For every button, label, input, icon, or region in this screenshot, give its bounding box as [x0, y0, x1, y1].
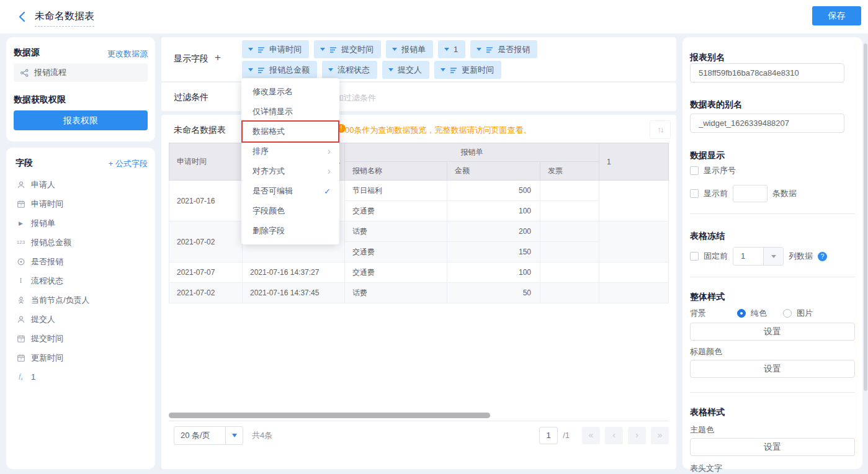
field-item[interactable]: 123报销总金额	[6, 233, 155, 252]
table-cell	[540, 221, 599, 242]
menu-item[interactable]: 删除字段	[241, 221, 339, 241]
column-group-header[interactable]: 报销单	[345, 143, 599, 162]
table-cell: 2021-07-16	[169, 181, 243, 221]
field-item-label: 是否报销	[31, 256, 63, 267]
show-first-count-input[interactable]	[733, 185, 767, 202]
table-cell	[599, 221, 669, 262]
table-cell: 话费	[345, 221, 447, 242]
field-item[interactable]: 提交人	[6, 310, 155, 329]
filter-section: 过滤条件 添加过滤条件	[161, 83, 676, 111]
table-cell	[599, 262, 669, 283]
horizontal-scrollbar[interactable]	[169, 413, 669, 418]
top-bar: 未命名数据表 保存	[0, 0, 868, 34]
last-page-button[interactable]: »	[651, 427, 669, 444]
table-section: 未命名数据表 ! 00条作为查询数据预览，完整数据请访问页面查看。 ↑↓ 申请时…	[161, 115, 676, 469]
field-chip-label: 流程状态	[338, 65, 370, 76]
field-chip[interactable]: 提交时间	[314, 40, 381, 58]
back-button[interactable]	[16, 10, 30, 24]
field-item[interactable]: 是否报销	[6, 252, 155, 271]
field-item-label: 当前节点/负责人	[31, 295, 90, 306]
report-alias-input[interactable]	[690, 63, 844, 83]
chevron-down-icon	[248, 48, 253, 53]
field-chip[interactable]: 1	[438, 40, 465, 58]
field-item[interactable]: I流程状态	[6, 271, 155, 290]
preview-notice: 00条作为查询数据预览，完整数据请访问页面查看。	[345, 125, 531, 136]
vertical-scrollbar[interactable]	[864, 43, 867, 391]
chevron-down-icon	[320, 48, 325, 53]
theme-color-set-button[interactable]: 设置	[690, 438, 855, 456]
column-header-1[interactable]: 1	[599, 143, 669, 181]
freeze-count-select[interactable]: 1	[733, 247, 784, 266]
table-alias-input[interactable]	[690, 114, 844, 133]
table-cell: 交通费	[345, 242, 447, 262]
menu-item[interactable]: 数据格式	[241, 122, 339, 141]
field-item-label: 1	[31, 372, 35, 382]
field-chip[interactable]: 报销总金额	[242, 61, 317, 79]
field-item[interactable]: 7更新时间	[6, 348, 155, 367]
datasource-panel: 数据源 更改数据源 报销流程 数据获取权限 报表权限	[6, 37, 155, 141]
sort-tool-button[interactable]: ↑↓	[650, 120, 671, 139]
current-page-input[interactable]: 1	[539, 427, 558, 444]
field-item[interactable]: 申请人	[6, 175, 155, 194]
freeze-title: 表格冻结	[690, 231, 725, 242]
show-first-checkbox[interactable]	[690, 189, 699, 198]
field-chip[interactable]: 提交人	[382, 61, 429, 79]
menu-item[interactable]: 修改显示名	[241, 82, 339, 102]
menu-item[interactable]: 是否可编辑✓	[241, 181, 339, 201]
field-chip[interactable]: 是否报销	[470, 40, 537, 58]
field-item[interactable]: 当前节点/负责人	[6, 290, 155, 310]
field-item-label: 报销总金额	[31, 237, 71, 248]
field-chip[interactable]: 申请时间	[242, 40, 309, 58]
show-index-checkbox[interactable]	[690, 166, 699, 175]
svg-text:7: 7	[20, 338, 22, 342]
table-cell: 500	[447, 181, 540, 201]
report-alias-label: 报表别名	[690, 52, 725, 63]
table-cell: 话费	[345, 283, 447, 303]
menu-item[interactable]: 字段颜色	[241, 201, 339, 221]
freeze-checkbox[interactable]	[690, 252, 699, 261]
prev-page-button[interactable]: ‹	[605, 427, 623, 444]
table-cell: 2021-07-16 14:37:27	[243, 262, 345, 283]
field-item[interactable]: 7申请时间	[6, 194, 155, 213]
field-item[interactable]: ▶报销单	[6, 213, 155, 233]
field-item-label: 更新时间	[31, 352, 63, 364]
subcolumn-header-invoice[interactable]: 发票	[540, 162, 599, 181]
field-chip[interactable]: 流程状态	[322, 61, 377, 79]
datasource-title: 数据源	[14, 47, 40, 58]
subcolumn-header-amount[interactable]: 金额	[447, 162, 540, 181]
table-cell	[540, 201, 599, 221]
help-icon[interactable]: ?	[818, 252, 827, 261]
solid-color-radio[interactable]	[737, 309, 746, 318]
field-item[interactable]: fx1	[6, 367, 155, 387]
datasource-item[interactable]: 报销流程	[14, 63, 148, 82]
add-formula-field-button[interactable]: + 公式字段	[109, 158, 148, 169]
menu-item[interactable]: 对齐方式›	[241, 161, 339, 181]
field-chip[interactable]: 报销单	[386, 40, 433, 58]
image-radio[interactable]	[783, 309, 792, 318]
add-display-field-button[interactable]: +	[215, 51, 221, 64]
filter-label: 过滤条件	[174, 92, 208, 103]
table-cell	[540, 181, 599, 201]
report-permission-button[interactable]: 报表权限	[14, 110, 148, 130]
background-set-button[interactable]: 设置	[690, 323, 855, 341]
table-cell	[540, 283, 599, 303]
first-page-button[interactable]: «	[582, 427, 600, 444]
subcolumn-header-name[interactable]: 报销名称	[345, 162, 447, 181]
field-item[interactable]: 7提交时间	[6, 329, 155, 348]
title-color-set-button[interactable]: 设置	[690, 360, 855, 378]
save-button[interactable]: 保存	[812, 6, 861, 25]
table-cell: 交通费	[345, 201, 447, 221]
scrollbar-thumb[interactable]	[169, 413, 490, 418]
field-chip[interactable]: 更新时间	[434, 61, 501, 79]
formula-icon: fx	[16, 372, 25, 382]
field-chip-label: 更新时间	[462, 65, 494, 76]
menu-item[interactable]: 仅详情显示	[241, 102, 339, 122]
column-header-apply-time[interactable]: 申请时间	[169, 143, 243, 181]
field-chip-label: 报销总金额	[269, 65, 310, 76]
menu-item[interactable]: 排序›	[241, 141, 339, 161]
change-datasource-link[interactable]: 更改数据源	[107, 48, 148, 60]
next-page-button[interactable]: ›	[628, 427, 646, 444]
table-cell: 2021-07-02	[169, 221, 243, 262]
page-size-select[interactable]: 20 条/页	[174, 426, 243, 445]
background-label: 背景	[690, 308, 706, 319]
